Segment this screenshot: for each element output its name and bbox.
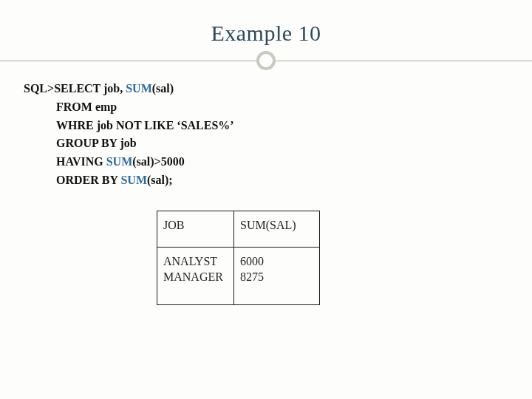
- code-text: (sal);: [147, 174, 173, 186]
- result-table: JOB SUM(SAL) ANALYST MANAGER 6000 8275: [157, 211, 320, 305]
- table-cell-sumsal: 6000 8275: [234, 247, 320, 304]
- table-header-sumsal: SUM(SAL): [234, 211, 320, 247]
- table-cell-job: ANALYST MANAGER: [157, 247, 234, 304]
- table-header-row: JOB SUM(SAL): [157, 211, 320, 247]
- code-line-6: ORDER BY SUM(sal);: [24, 171, 510, 190]
- sql-code-block: SQL>SELECT job, SUM(sal) FROM emp WHRE j…: [22, 80, 510, 190]
- code-line-5: HAVING SUM(sal)>5000: [24, 153, 510, 171]
- code-text: (sal): [152, 82, 174, 95]
- sum-keyword: SUM: [126, 82, 152, 95]
- divider-ring-icon: [256, 51, 276, 70]
- code-line-1: SQL>SELECT job, SUM(sal): [24, 80, 510, 98]
- code-line-2: FROM emp: [24, 98, 510, 117]
- code-line-4: GROUP BY job: [24, 134, 510, 153]
- code-text: ORDER BY: [56, 174, 120, 186]
- sum-keyword: SUM: [120, 174, 147, 186]
- table-row: ANALYST MANAGER 6000 8275: [157, 247, 320, 304]
- slide: Example 10 SQL>SELECT job, SUM(sal) FROM…: [0, 0, 532, 399]
- sum-keyword: SUM: [106, 155, 133, 168]
- result-table-container: JOB SUM(SAL) ANALYST MANAGER 6000 8275: [157, 211, 510, 305]
- code-line-3: WHRE job NOT LIKE ‘SALES%’: [24, 117, 510, 135]
- page-title: Example 10: [22, 21, 510, 46]
- title-divider: [22, 52, 510, 69]
- code-text: (sal)>5000: [132, 155, 184, 168]
- code-text: HAVING: [56, 155, 106, 168]
- table-header-job: JOB: [157, 211, 234, 247]
- code-text: SQL>SELECT job,: [24, 82, 126, 95]
